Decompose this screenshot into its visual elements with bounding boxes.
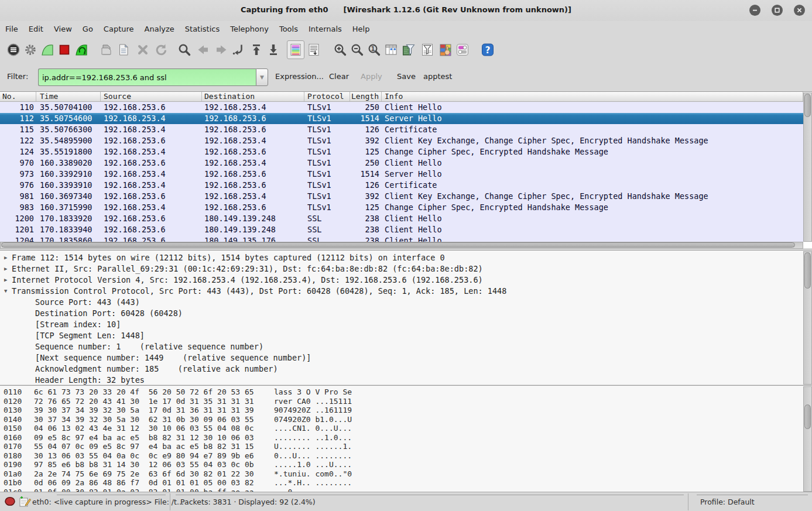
stop-capture-icon[interactable] xyxy=(56,40,73,59)
go-to-bottom-icon[interactable] xyxy=(265,40,282,59)
go-to-packet-icon[interactable] xyxy=(229,40,247,59)
expression-button[interactable]: Expression... xyxy=(275,72,324,81)
packet-list-hscrollbar[interactable] xyxy=(0,242,803,249)
packet-list-vscrollbar[interactable] xyxy=(803,92,812,242)
detail-line[interactable]: Acknowledgment number: 185 (relative ack… xyxy=(0,363,802,375)
expander-open-icon[interactable]: ▼ xyxy=(4,286,7,297)
details-vscroll-thumb[interactable] xyxy=(804,252,811,289)
details-vscrollbar[interactable] xyxy=(803,251,812,385)
menu-edit[interactable]: Edit xyxy=(23,22,49,36)
expander-closed-icon[interactable]: ▶ xyxy=(4,252,7,263)
hex-row-0120[interactable]: 012072 76 65 72 20 43 41 30 1e 17 0d 31 … xyxy=(4,397,800,406)
menu-internals[interactable]: Internals xyxy=(303,22,347,36)
close-capture-icon[interactable] xyxy=(134,40,152,59)
hex-row-01c0[interactable]: 01c001 0f 00 30 82 01 0a 02 82 01 01 00 … xyxy=(4,488,800,492)
list-interfaces-icon[interactable] xyxy=(5,40,22,59)
column-header-protocol[interactable]: Protocol xyxy=(304,92,350,101)
packet-row-970[interactable]: 970160.3389020192.168.253.6192.168.253.4… xyxy=(0,157,803,169)
packet-row-976[interactable]: 976160.3393910192.168.253.4192.168.253.6… xyxy=(0,180,803,191)
hex-row-0130[interactable]: 013039 30 37 34 39 32 30 5a 17 0d 31 36 … xyxy=(4,406,800,415)
preferences-icon[interactable] xyxy=(454,40,471,59)
expander-closed-icon[interactable]: ▶ xyxy=(4,263,7,275)
packet-row-1204[interactable]: 1204170.1835860192.168.253.6180.149.135.… xyxy=(0,235,803,242)
detail-line[interactable]: ▶Internet Protocol Version 4, Src: 192.1… xyxy=(0,275,802,286)
column-header-length[interactable]: Length xyxy=(350,92,382,101)
packet-row-124[interactable]: 12435.55191800192.168.253.4192.168.253.6… xyxy=(0,146,803,157)
restart-capture-icon[interactable] xyxy=(73,40,90,59)
packet-row-981[interactable]: 981160.3697340192.168.253.6192.168.253.4… xyxy=(0,191,803,202)
display-filters-icon[interactable] xyxy=(419,40,436,59)
menu-telephony[interactable]: Telephony xyxy=(225,22,274,36)
clear-button[interactable]: Clear xyxy=(329,72,349,81)
coloring-rules-icon[interactable] xyxy=(437,40,454,59)
packet-row-115[interactable]: 11535.50766300192.168.253.4192.168.253.6… xyxy=(0,124,803,135)
apply-button[interactable]: Apply xyxy=(361,72,382,81)
packet-row-973[interactable]: 973160.3392910192.168.253.4192.168.253.6… xyxy=(0,169,803,180)
maximize-button[interactable] xyxy=(772,5,783,16)
packet-row-122[interactable]: 12235.54895900192.168.253.6192.168.253.4… xyxy=(0,135,803,146)
capture-filters-icon[interactable] xyxy=(400,40,417,59)
packet-row-1200[interactable]: 1200170.1833920192.168.253.6180.149.139.… xyxy=(0,213,803,224)
packet-row-112[interactable]: 11235.50754600192.168.253.4192.168.253.6… xyxy=(0,113,803,124)
packet-row-1201[interactable]: 1201170.1833940192.168.253.6180.149.139.… xyxy=(0,224,803,235)
detail-line[interactable]: Sequence number: 1 (relative sequence nu… xyxy=(0,341,802,352)
expert-info-icon[interactable] xyxy=(5,496,16,509)
column-header-time[interactable]: Time xyxy=(36,92,101,101)
capture-comment-icon[interactable] xyxy=(19,496,32,510)
minimize-button[interactable] xyxy=(749,5,760,16)
capture-options-icon[interactable] xyxy=(22,40,39,59)
zoom-100-icon[interactable]: 1 xyxy=(365,40,383,59)
save-filter-button[interactable]: Save xyxy=(397,72,416,81)
column-header-source[interactable]: Source xyxy=(101,92,202,101)
hex-row-0190[interactable]: 019097 85 e6 b8 b8 31 14 30 12 06 03 55 … xyxy=(4,460,800,469)
go-to-top-icon[interactable] xyxy=(248,40,265,59)
column-header-info[interactable]: Info xyxy=(382,92,803,101)
detail-line[interactable]: [TCP Segment Len: 1448] xyxy=(0,330,802,341)
resize-columns-icon[interactable] xyxy=(382,40,400,59)
menu-capture[interactable]: Capture xyxy=(98,22,139,36)
packet-list-hscroll-thumb[interactable] xyxy=(1,242,795,248)
detail-line[interactable]: ▶Ethernet II, Src: Parallel_69:29:31 (00… xyxy=(0,263,802,275)
packet-list-vscroll-thumb[interactable] xyxy=(804,94,811,117)
hex-row-0140[interactable]: 014030 37 34 39 32 30 5a 30 62 31 0b 30 … xyxy=(4,415,800,424)
find-packet-icon[interactable] xyxy=(176,40,193,59)
go-back-icon[interactable] xyxy=(194,40,212,59)
help-icon[interactable]: ? xyxy=(479,40,496,59)
open-capture-file-icon[interactable] xyxy=(98,40,115,59)
hex-row-0180[interactable]: 018030 13 06 03 55 04 0a 0c 0c e9 80 94 … xyxy=(4,451,800,461)
hex-vscrollbar[interactable] xyxy=(803,386,812,492)
apptest-filter-button[interactable]: apptest xyxy=(423,72,452,81)
menu-tools[interactable]: Tools xyxy=(274,22,303,36)
menu-analyze[interactable]: Analyze xyxy=(139,22,180,36)
reload-capture-icon[interactable] xyxy=(152,40,170,59)
hex-row-0160[interactable]: 016009 e5 8c 97 e4 ba ac e5 b8 82 31 12 … xyxy=(4,433,800,443)
zoom-in-icon[interactable] xyxy=(331,40,349,59)
detail-line[interactable]: [Next sequence number: 1449 (relative se… xyxy=(0,352,802,363)
detail-line[interactable]: ▶Frame 112: 1514 bytes on wire (12112 bi… xyxy=(0,252,802,263)
packet-row-110[interactable]: 11035.50704100192.168.253.6192.168.253.4… xyxy=(0,102,803,113)
hex-row-01b0[interactable]: 01b00d 06 09 2a 86 48 86 f7 0d 01 01 01 … xyxy=(4,478,800,488)
expander-closed-icon[interactable]: ▶ xyxy=(4,275,7,286)
hex-row-01a0[interactable]: 01a02a 2e 74 75 6e 69 75 2e 63 6f 6d 30 … xyxy=(4,469,800,479)
detail-line[interactable]: Source Port: 443 (443) xyxy=(0,297,802,308)
hex-row-0150[interactable]: 015004 06 13 02 43 4e 31 12 30 10 06 03 … xyxy=(4,424,800,433)
hex-vscroll-thumb[interactable] xyxy=(804,404,811,429)
detail-line[interactable]: ▼Transmission Control Protocol, Src Port… xyxy=(0,286,802,297)
column-header-no[interactable]: No. xyxy=(0,92,36,101)
menu-view[interactable]: View xyxy=(49,22,77,36)
zoom-out-icon[interactable] xyxy=(348,40,366,59)
menu-go[interactable]: Go xyxy=(77,22,98,36)
auto-scroll-icon[interactable] xyxy=(305,40,323,59)
save-capture-file-icon[interactable] xyxy=(115,40,132,59)
detail-line[interactable]: Destination Port: 60428 (60428) xyxy=(0,308,802,319)
menu-help[interactable]: Help xyxy=(347,22,375,36)
menu-statistics[interactable]: Statistics xyxy=(180,22,225,36)
menu-file[interactable]: File xyxy=(0,22,23,36)
detail-line[interactable]: Header Length: 32 bytes xyxy=(0,375,802,385)
hex-row-0170[interactable]: 017055 04 07 0c 09 e5 8c 97 e4 ba ac e5 … xyxy=(4,442,800,451)
hex-row-0110[interactable]: 01106c 61 73 73 20 33 20 4f 56 20 50 72 … xyxy=(4,387,800,397)
go-forward-icon[interactable] xyxy=(213,40,230,59)
packet-row-983[interactable]: 983160.3715990192.168.253.4192.168.253.6… xyxy=(0,202,803,213)
colorize-packets-icon[interactable] xyxy=(287,40,304,59)
detail-line[interactable]: [Stream index: 10] xyxy=(0,319,802,330)
